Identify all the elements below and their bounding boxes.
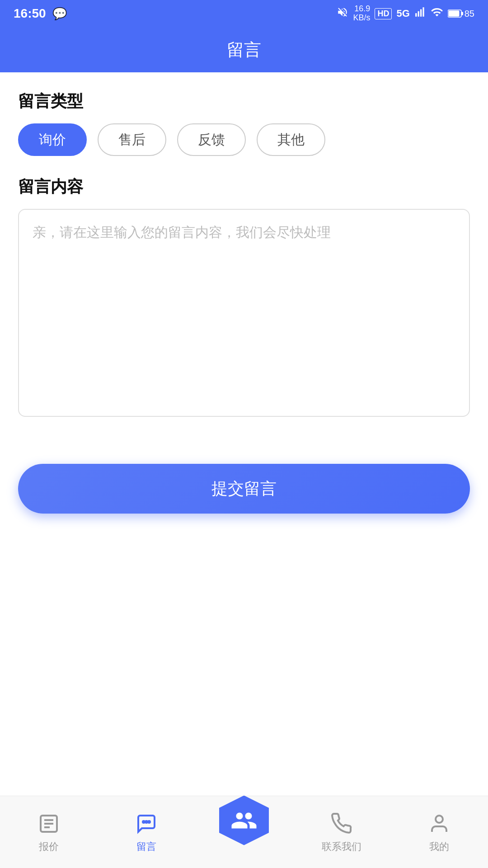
message-input[interactable] [18,209,470,417]
nav-item-quote[interactable]: 报价 [0,796,98,868]
status-time: 16:50 [14,6,46,21]
nav-label-message: 留言 [136,840,156,854]
type-btn-aftersale[interactable]: 售后 [98,123,166,156]
svg-rect-0 [415,13,417,17]
status-bar: 16:50 💬 16.9KB/s HD 5G 85 [0,0,488,27]
type-buttons-group: 询价 售后 反馈 其他 [18,123,470,156]
network-speed: 16.9KB/s [353,5,370,23]
svg-rect-6 [448,11,459,17]
message-content-label: 留言内容 [18,176,470,198]
type-btn-inquiry[interactable]: 询价 [18,123,87,156]
svg-point-13 [148,821,150,823]
nav-item-mine[interactable]: 我的 [390,796,488,868]
svg-rect-5 [461,12,463,15]
page-title: 留言 [227,38,261,61]
svg-point-14 [436,816,443,823]
bottom-navigation: 报价 留言 联系我们 [0,796,488,868]
svg-point-12 [145,821,147,823]
signal-5g: 5G [396,8,409,19]
message-nav-icon [134,811,159,836]
svg-rect-3 [422,7,424,17]
nav-item-home[interactable] [195,816,293,849]
contact-icon [329,811,354,836]
mute-icon [337,6,348,21]
nav-label-quote: 报价 [39,840,59,854]
svg-rect-2 [420,9,422,17]
hd-badge: HD [375,8,392,19]
svg-point-11 [143,821,145,823]
quote-icon [36,811,61,836]
nav-label-mine: 我的 [429,840,449,854]
svg-rect-1 [418,11,419,17]
nav-label-contact: 联系我们 [322,840,361,854]
nav-item-message[interactable]: 留言 [98,796,195,868]
nav-item-contact[interactable]: 联系我们 [293,796,390,868]
main-content: 留言类型 询价 售后 反馈 其他 留言内容 [0,72,488,437]
type-btn-feedback[interactable]: 反馈 [177,123,246,156]
home-hexagon [219,796,269,845]
type-btn-other[interactable]: 其他 [257,123,325,156]
submit-section: 提交留言 [0,464,488,514]
battery-icon: 85 [448,9,474,19]
message-type-label: 留言类型 [18,90,470,113]
mine-icon [427,811,452,836]
wifi-icon [431,6,443,21]
submit-button[interactable]: 提交留言 [18,464,470,514]
page-header: 留言 [0,27,488,72]
status-icons: 16.9KB/s HD 5G 85 [337,5,474,23]
wechat-icon: 💬 [52,7,67,21]
signal-bars-icon [414,6,426,21]
